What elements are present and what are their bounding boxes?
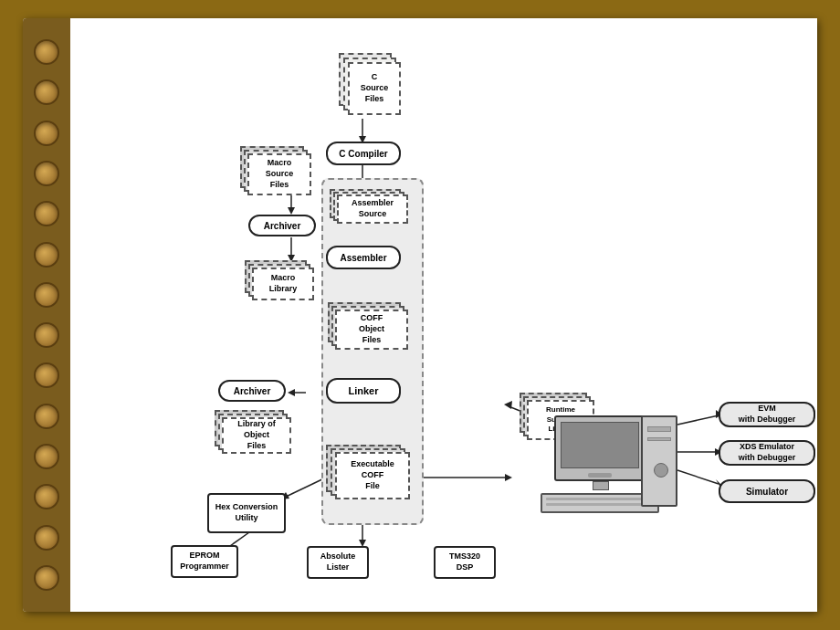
computer-monitor — [554, 415, 646, 481]
spiral-1 — [34, 39, 59, 65]
archiver-top: Archiver — [248, 215, 316, 236]
hex-conversion-utility: Hex Conversion Utility — [207, 493, 286, 533]
diagram: C Source Files C Compiler Assembler Sour… — [79, 32, 808, 598]
macro-library: Macro Library — [252, 268, 314, 300]
evm-debugger: EVM with Debugger — [719, 402, 815, 427]
monitor-screen — [561, 422, 639, 468]
assembler-source: Assembler Source — [337, 194, 408, 224]
spiral-strip — [23, 18, 70, 612]
spiral-9 — [34, 362, 59, 388]
svg-line-26 — [284, 478, 326, 498]
assembler: Assembler — [326, 246, 401, 269]
coff-object-files: COFF Object Files — [335, 310, 408, 350]
library-object-files: Library of Object Files — [222, 417, 291, 454]
svg-marker-25 — [504, 401, 512, 409]
spiral-10 — [34, 404, 59, 429]
simulator: Simulator — [719, 479, 815, 503]
macro-source-files: Macro Source Files — [247, 153, 311, 195]
spiral-3 — [34, 121, 59, 146]
svg-marker-13 — [288, 207, 295, 215]
arrows-svg — [79, 32, 808, 598]
eprom-programmer: EPROM Programmer — [171, 545, 238, 578]
spiral-5 — [34, 201, 59, 226]
spiral-7 — [34, 282, 59, 308]
page-content: C Source Files C Compiler Assembler Sour… — [70, 18, 817, 612]
linker: Linker — [326, 378, 401, 404]
system-unit — [641, 415, 677, 507]
monitor-bottom — [588, 473, 612, 478]
executable-coff: Executable COFF File — [335, 452, 410, 499]
monitor-stand — [593, 481, 609, 490]
archiver-bottom: Archiver — [218, 380, 286, 402]
xds-emulator: XDS Emulator with Debugger — [719, 440, 815, 466]
absolute-lister: Absolute Lister — [307, 546, 369, 579]
svg-line-38 — [677, 470, 719, 484]
tms320-dsp: TMS320 DSP — [434, 546, 496, 579]
spiral-13 — [34, 525, 59, 551]
spiral-8 — [34, 322, 59, 348]
spiral-4 — [34, 161, 59, 186]
notebook: C Source Files C Compiler Assembler Sour… — [23, 18, 817, 612]
c-source-files: C Source Files — [348, 62, 401, 115]
spiral-11 — [34, 444, 59, 469]
svg-line-34 — [677, 415, 719, 425]
spiral-6 — [34, 242, 59, 268]
svg-marker-29 — [505, 474, 512, 481]
spiral-2 — [34, 79, 59, 105]
c-compiler: C Compiler — [326, 142, 401, 165]
spiral-12 — [34, 484, 59, 509]
spiral-14 — [34, 565, 59, 591]
svg-marker-21 — [288, 389, 295, 396]
